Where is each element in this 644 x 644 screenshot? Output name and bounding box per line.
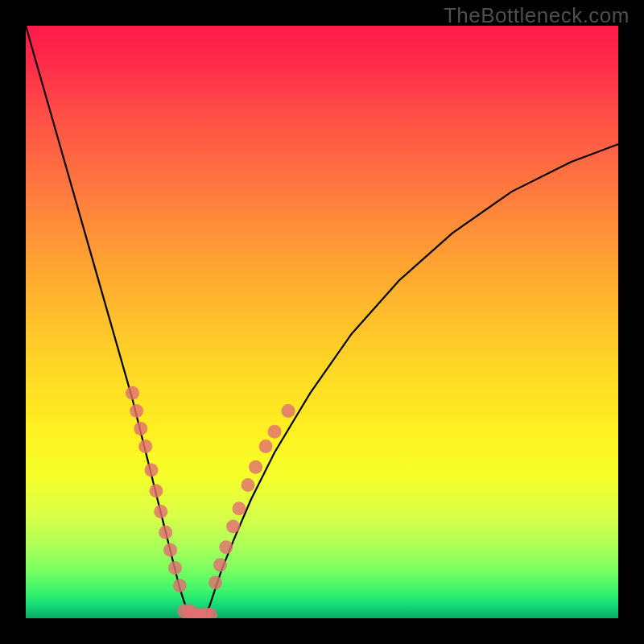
bead-marker [249,460,262,474]
bead-marker [138,440,152,453]
bottleneck-curve-path [26,26,618,618]
bead-marker [282,404,295,418]
bead-marker [134,422,147,436]
bead-marker [226,519,240,533]
bottom-pills-group [177,604,217,618]
bead-marker [232,502,246,515]
plot-area [26,26,618,618]
bead-marker [163,543,177,557]
chart-frame: TheBottleneck.com [0,0,644,644]
bead-marker [173,579,187,592]
bead-marker [159,526,172,539]
bead-marker [168,561,182,575]
bead-marker [259,440,273,453]
bead-marker [126,386,139,400]
bead-marker [219,540,233,554]
bead-marker [208,576,222,589]
bead-marker [242,478,255,492]
bead-marker [268,425,282,439]
bead-marker [145,464,159,477]
bead-marker [130,404,143,418]
watermark-text: TheBottleneck.com [444,3,630,28]
bead-marker [213,558,227,572]
plot-inner [26,26,618,618]
curve-layer [26,26,618,618]
bead-marker [149,484,163,497]
beads-left-group [126,386,187,592]
bead-marker [154,505,167,518]
